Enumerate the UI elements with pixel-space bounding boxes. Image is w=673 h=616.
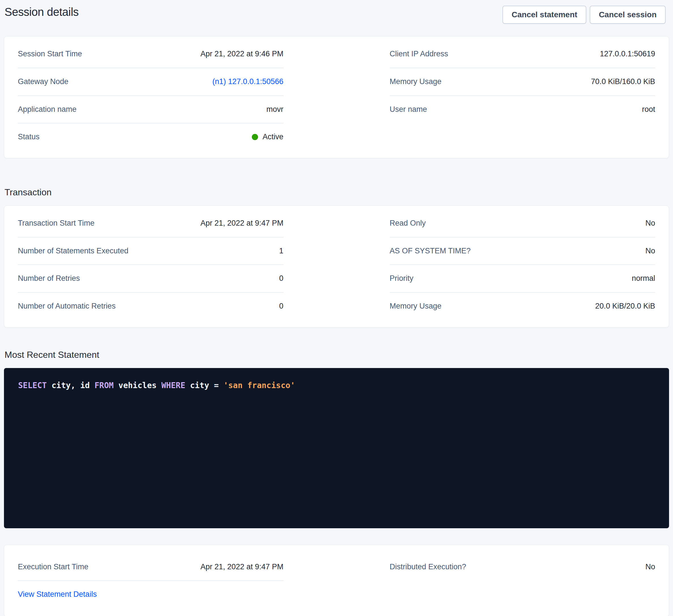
row-number-of-retries: Number of Retries 0 [18,265,283,293]
execution-grid: Execution Start Time Apr 21, 2022 at 9:4… [18,554,655,608]
row-automatic-retries: Number of Automatic Retries 0 [18,293,283,320]
page-title: Session details [5,6,79,18]
sql-statement-box: SELECT city, id FROM vehicles WHERE city… [4,368,669,528]
sql-token-keyword: SELECT [18,381,47,390]
view-statement-details-link[interactable]: View Statement Details [18,590,97,598]
session-details-page: Session details Cancel statement Cancel … [0,0,673,616]
session-summary-grid: Session Start Time Apr 21, 2022 at 9:46 … [18,40,655,150]
sql-token-keyword: WHERE [162,381,185,390]
row-value: Apr 21, 2022 at 9:47 PM [201,563,283,571]
sql-statement-code: SELECT city, id FROM vehicles WHERE city… [18,380,655,391]
row-transaction-start-time: Transaction Start Time Apr 21, 2022 at 9… [18,210,283,238]
row-status: Status Active [18,123,283,150]
row-label: Memory Usage [390,302,442,311]
row-label: Distributed Execution? [390,563,466,571]
execution-left-column: Execution Start Time Apr 21, 2022 at 9:4… [18,554,283,608]
header-actions: Cancel statement Cancel session [502,6,666,24]
sql-token-plain: city, id [47,381,94,390]
row-execution-start-time: Execution Start Time Apr 21, 2022 at 9:4… [18,554,283,581]
row-value: No [645,219,655,228]
row-application-name: Application name movr [18,96,283,124]
row-value: movr [266,105,283,114]
row-label: Number of Automatic Retries [18,302,116,311]
row-label: Number of Retries [18,274,80,283]
page-header: Session details Cancel statement Cancel … [4,5,669,24]
row-label: Gateway Node [18,77,68,86]
session-summary-card: Session Start Time Apr 21, 2022 at 9:46 … [4,36,669,158]
transaction-section-title: Transaction [5,187,669,198]
row-distributed-execution: Distributed Execution? No [390,554,655,581]
cancel-session-button[interactable]: Cancel session [590,6,666,24]
transaction-card: Transaction Start Time Apr 21, 2022 at 9… [4,206,669,328]
row-label: Transaction Start Time [18,219,94,228]
row-value: 127.0.0.1:50619 [600,50,655,58]
row-label: Priority [390,274,414,283]
row-label: Session Start Time [18,50,82,58]
row-value: 70.0 KiB/160.0 KiB [591,77,655,86]
row-view-statement-details: View Statement Details [18,581,283,608]
row-value: 20.0 KiB/20.0 KiB [595,302,655,311]
row-memory-usage: Memory Usage 70.0 KiB/160.0 KiB [390,68,655,96]
transaction-left-column: Transaction Start Time Apr 21, 2022 at 9… [18,210,283,320]
row-label: User name [390,105,427,114]
row-gateway-node: Gateway Node (n1) 127.0.0.1:50566 [18,68,283,96]
row-value: 0 [279,274,283,283]
sql-token-plain: city = [185,381,223,390]
execution-right-column: Distributed Execution? No [390,554,655,581]
session-summary-left-column: Session Start Time Apr 21, 2022 at 9:46 … [18,40,283,150]
cancel-statement-button[interactable]: Cancel statement [502,6,586,24]
row-value: 1 [279,247,283,255]
row-label: Status [18,133,40,141]
row-label: Execution Start Time [18,563,88,571]
row-value: normal [632,274,655,283]
execution-card: Execution Start Time Apr 21, 2022 at 9:4… [4,545,669,616]
row-session-start-time: Session Start Time Apr 21, 2022 at 9:46 … [18,40,283,68]
row-statements-executed: Number of Statements Executed 1 [18,238,283,265]
row-as-of-system-time: AS OF SYSTEM TIME? No [390,238,655,265]
gateway-node-link[interactable]: (n1) 127.0.0.1:50566 [212,77,283,86]
row-user-name: User name root [390,96,655,123]
transaction-grid: Transaction Start Time Apr 21, 2022 at 9… [18,210,655,320]
row-label: Read Only [390,219,426,228]
row-priority: Priority normal [390,265,655,293]
sql-token-plain: vehicles [114,381,162,390]
row-value: No [645,563,655,571]
row-value: 0 [279,302,283,311]
row-client-ip-address: Client IP Address 127.0.0.1:50619 [390,40,655,68]
transaction-right-column: Read Only No AS OF SYSTEM TIME? No Prior… [390,210,655,320]
row-value: No [645,247,655,255]
row-value: Apr 21, 2022 at 9:46 PM [201,50,283,58]
row-label: Client IP Address [390,50,448,58]
active-status-dot-icon [252,134,258,140]
sql-token-keyword: FROM [94,381,114,390]
row-label: Application name [18,105,76,114]
statement-section-title: Most Recent Statement [5,349,669,360]
row-label: Number of Statements Executed [18,247,128,255]
status-badge: Active [252,133,283,141]
sql-token-string: 'san francisco' [223,381,295,390]
row-label: AS OF SYSTEM TIME? [390,247,471,255]
row-read-only: Read Only No [390,210,655,238]
session-summary-right-column: Client IP Address 127.0.0.1:50619 Memory… [390,40,655,123]
row-label: Memory Usage [390,77,442,86]
row-value: root [642,105,655,114]
row-value: Apr 21, 2022 at 9:47 PM [201,219,283,228]
row-transaction-memory-usage: Memory Usage 20.0 KiB/20.0 KiB [390,293,655,320]
status-text: Active [263,133,283,141]
